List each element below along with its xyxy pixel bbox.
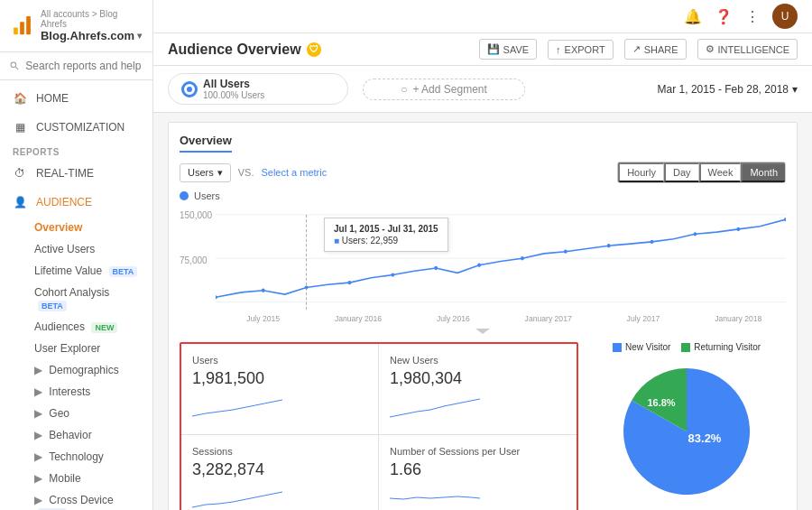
y-label-75k: 75,000 [180,255,208,265]
save-button[interactable]: 💾 SAVE [479,39,538,60]
sidebar-subitem-geo[interactable]: ▶ Geo [0,403,152,424]
bell-icon[interactable]: 🔔 [684,8,702,25]
svg-point-11 [434,266,438,270]
add-segment-icon: ○ [401,83,407,96]
new-pct-label: 83.2% [688,431,722,445]
overview-section: Overview Users ▾ VS. Select a metric Hou… [168,122,798,510]
svg-text:July 2017: July 2017 [627,314,660,324]
sidebar-subitem-mobile[interactable]: ▶ Mobile [0,468,152,489]
save-icon: 💾 [487,43,500,55]
search-icon [9,60,20,72]
intelligence-button[interactable]: ⚙ INTELLIGENCE [697,39,798,60]
stat-label-sessions-per-user: Number of Sessions per User [390,446,566,457]
sparkline-users [192,394,282,421]
sidebar-subitem-technology[interactable]: ▶ Technology [0,446,152,468]
sidebar-subitem-cross-device[interactable]: ▶ Cross Device BETA [0,489,152,510]
svg-rect-1 [20,22,24,34]
svg-point-6 [216,295,217,299]
returning-visitor-dot [681,343,690,352]
chart-area: Users 150,000 75,000 [180,190,786,335]
pie-area: New Visitor Returning Visitor [587,342,786,510]
svg-text:July 2016: July 2016 [437,314,470,324]
sidebar-subitem-interests[interactable]: ▶ Interests [0,381,152,403]
users-legend-dot [180,191,189,200]
time-btn-day[interactable]: Day [664,162,699,182]
breadcrumb: All accounts > Blog Ahrefs [41,9,142,29]
overview-tab[interactable]: Overview [180,134,232,153]
chart-legend: Users [180,190,786,201]
avatar[interactable]: U [772,4,798,29]
segment-dot-inner [187,87,192,92]
search-input[interactable] [25,60,143,72]
sidebar-item-audience[interactable]: 👤 AUDIENCE [0,188,152,217]
svg-text:January 2018: January 2018 [715,314,761,324]
sidebar: All accounts > Blog Ahrefs Blog.Ahrefs.c… [0,0,153,510]
header-icons: 🔔 ❓ ⋮ U [684,4,798,29]
reports-label: Reports [0,142,152,159]
returning-visitor-legend: Returning Visitor [681,342,761,352]
stats-layout: Users 1,981,500 New Users 1,980,304 [180,342,786,510]
sidebar-subitem-active-users[interactable]: Active Users [0,238,152,260]
page-title: Audience Overview 🛡 [168,42,321,58]
sidebar-header: All accounts > Blog Ahrefs Blog.Ahrefs.c… [0,0,152,52]
stat-label-new-users: New Users [390,355,566,366]
export-button[interactable]: ↑ EXPORT [548,40,614,60]
svg-rect-2 [26,16,31,34]
sidebar-subitem-demographics[interactable]: ▶ Demographics [0,359,152,381]
new-badge: NEW [91,322,117,333]
segment-dot [181,81,198,97]
site-name[interactable]: Blog.Ahrefs.com ▾ [41,29,142,42]
sidebar-subitem-user-explorer[interactable]: User Explorer [0,338,152,359]
metric-dropdown[interactable]: Users ▾ [180,163,231,182]
account-info: All accounts > Blog Ahrefs Blog.Ahrefs.c… [41,9,142,42]
stat-cell-new-users: New Users 1,980,304 [379,344,577,435]
select-metric[interactable]: Select a metric [261,167,327,178]
time-btn-week[interactable]: Week [699,162,742,182]
time-controls: Hourly Day Week Month [617,162,786,183]
more-icon[interactable]: ⋮ [745,8,760,25]
share-button[interactable]: ↗ SHARE [624,39,687,60]
date-range-picker[interactable]: Mar 1, 2015 - Feb 28, 2018 ▾ [658,83,798,96]
export-icon: ↑ [556,44,561,55]
stat-value-sessions: 3,282,874 [192,460,367,479]
sidebar-item-customization[interactable]: ▦ CUSTOMIZATION [0,113,152,142]
sparkline-sessions [192,485,282,510]
sidebar-subitem-cohort-analysis[interactable]: Cohort Analysis BETA [0,282,152,316]
new-visitor-legend: New Visitor [613,342,670,352]
verified-icon: 🛡 [307,42,321,57]
stat-value-sessions-per-user: 1.66 [390,460,566,479]
header-actions: 💾 SAVE ↑ EXPORT ↗ SHARE ⚙ INTELLIGENCE [479,39,798,60]
help-icon[interactable]: ❓ [715,8,733,25]
beta-badge: BETA [109,266,138,277]
segment-pill[interactable]: All Users 100.00% Users [168,73,348,105]
svg-marker-27 [475,329,490,334]
time-btn-hourly[interactable]: Hourly [618,162,664,182]
sidebar-subitem-audiences[interactable]: Audiences NEW [0,316,152,338]
sidebar-subitem-lifetime-value[interactable]: Lifetime Value BETA [0,260,152,282]
scroll-indicator [474,325,492,338]
pie-legend: New Visitor Returning Visitor [613,342,761,352]
y-label-150k: 150,000 [180,210,212,220]
sidebar-subitem-overview[interactable]: Overview [0,217,152,238]
svg-point-13 [521,256,524,260]
stat-label-users: Users [192,355,367,366]
sidebar-subitem-behavior[interactable]: ▶ Behavior [0,424,152,446]
svg-text:January 2017: January 2017 [525,314,572,324]
beta-badge-2: BETA [38,301,67,311]
add-segment-button[interactable]: ○ + Add Segment [363,79,525,100]
chart-svg: July 2015 January 2016 July 2016 January… [216,205,786,331]
sidebar-nav: 🏠 HOME ▦ CUSTOMIZATION Reports ⏱ REAL-TI… [0,80,152,510]
sidebar-item-realtime[interactable]: ⏱ REAL-TIME [0,159,152,188]
svg-text:July 2015: July 2015 [246,314,280,324]
home-icon: 🏠 [13,91,27,106]
time-btn-month[interactable]: Month [741,162,785,182]
stats-grid: Users 1,981,500 New Users 1,980,304 [180,342,578,510]
svg-text:January 2016: January 2016 [335,314,382,324]
stat-value-new-users: 1,980,304 [390,369,566,388]
top-icon-bar: 🔔 ❓ ⋮ U [153,0,812,33]
svg-point-14 [564,250,567,254]
sidebar-item-home[interactable]: 🏠 HOME [0,84,152,113]
person-icon: 👤 [13,195,27,209]
svg-point-7 [262,289,265,292]
svg-rect-0 [14,27,18,34]
